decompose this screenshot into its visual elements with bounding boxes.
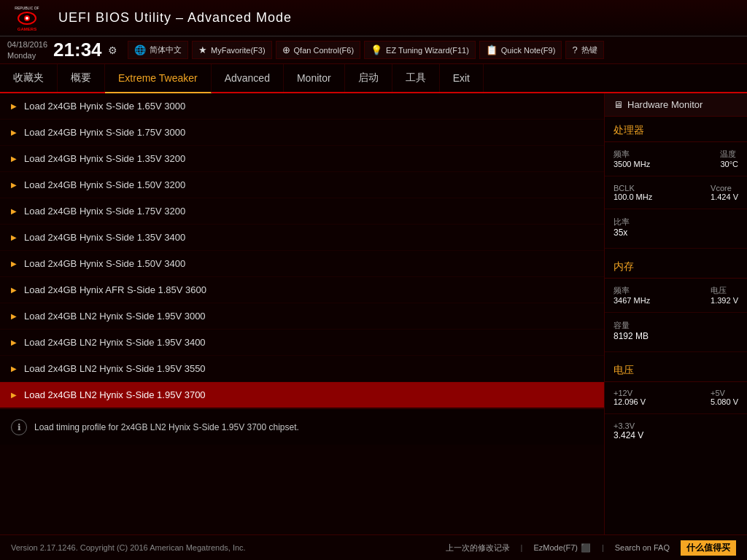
hw-divider (605, 413, 747, 414)
qfan-button[interactable]: ⊕ Qfan Control(F6) (276, 41, 361, 59)
bios-title: UEFI BIOS Utility – Advanced Mode (58, 10, 292, 26)
arrow-icon: ▶ (11, 102, 17, 110)
nav-tabs: 收藏夹 概要 Extreme Tweaker Advanced Monitor … (0, 64, 747, 93)
clock-settings-icon[interactable]: ⚙ (108, 44, 117, 56)
hotkeys-button[interactable]: ? 热键 (565, 41, 603, 59)
arrow-icon: ▶ (11, 207, 17, 215)
tab-extreme-tweaker[interactable]: Extreme Tweaker (105, 64, 212, 93)
tab-overview[interactable]: 概要 (58, 64, 105, 92)
arrow-icon: ▶ (11, 286, 17, 294)
hotkeys-icon: ? (572, 44, 577, 55)
monitor-icon: 🖥 (614, 99, 623, 110)
menu-item-label: Load 2x4GB Hynix S-Side 1.50V 3200 (24, 179, 185, 190)
voltage-12v-row: +12V 12.096 V +5V 5.080 V (605, 386, 747, 409)
tab-advanced[interactable]: Advanced (212, 64, 284, 92)
mem-freq-row: 频率 3467 MHz 电压 1.392 V (605, 282, 747, 308)
bclk-label: BCLK (614, 184, 652, 192)
list-item[interactable]: ▶ Load 2x4GB LN2 Hynix S-Side 1.95V 3400 (0, 330, 604, 356)
cpu-freq-value: 3500 MHz (614, 160, 650, 168)
cpu-freq-row: 频率 3500 MHz 温度 30°C (605, 146, 747, 171)
eztuning-label: EZ Tuning Wizard(F11) (386, 46, 469, 55)
hw-monitor-title: Hardware Monitor (627, 99, 703, 110)
whats-worth-button[interactable]: 什么值得买 (681, 540, 736, 556)
list-item[interactable]: ▶ Load 2x4GB Hynix S-Side 1.75V 3200 (0, 198, 604, 225)
list-item[interactable]: ▶ Load 2x4GB Hynix AFR S-Side 1.85V 3600 (0, 277, 604, 303)
list-item[interactable]: ▶ Load 2x4GB Hynix S-Side 1.35V 3400 (0, 225, 604, 251)
bclk-row: BCLK 100.0 MHz Vcore 1.424 V (605, 181, 747, 204)
5v-value: 5.080 V (711, 397, 738, 406)
arrow-icon: ▶ (11, 338, 17, 346)
list-item-selected[interactable]: ▶ Load 2x4GB LN2 Hynix S-Side 1.95V 3700 (0, 382, 604, 408)
language-button[interactable]: 🌐 简体中文 (128, 41, 188, 59)
ratio-area: 比率 35x (605, 214, 747, 244)
date-line2: Monday (7, 50, 47, 61)
footer-right: 上一次的修改记录 | EzMode(F7) ⬛ | Search on FAQ … (446, 540, 736, 556)
language-icon: 🌐 (134, 44, 146, 55)
bclk-value: 100.0 MHz (614, 192, 652, 201)
main-area: ▶ Load 2x4GB Hynix S-Side 1.65V 3000 ▶ L… (0, 93, 747, 534)
menu-item-label: Load 2x4GB LN2 Hynix S-Side 1.95V 3700 (24, 389, 206, 400)
footer-version: Version 2.17.1246. Copyright (C) 2016 Am… (11, 543, 246, 552)
memory-section-title: 内存 (605, 253, 747, 279)
date-line1: 04/18/2016 (7, 39, 47, 50)
tab-monitor[interactable]: Monitor (284, 64, 345, 92)
mem-freq-label: 频率 (614, 285, 650, 296)
mem-capacity-area: 容量 8192 MB (605, 317, 747, 347)
list-item[interactable]: ▶ Load 2x4GB Hynix S-Side 1.35V 3200 (0, 146, 604, 172)
tab-boot[interactable]: 启动 (345, 64, 392, 92)
quicknote-button[interactable]: 📋 Quick Note(F9) (479, 41, 562, 59)
hw-divider (605, 351, 747, 352)
hw-divider (605, 176, 747, 176)
tab-exit[interactable]: Exit (440, 64, 484, 92)
mem-freq-value: 3467 MHz (614, 296, 650, 305)
list-item[interactable]: ▶ Load 2x4GB Hynix S-Side 1.50V 3400 (0, 251, 604, 277)
prev-change-link[interactable]: 上一次的修改记录 (446, 542, 510, 553)
ezmode-link[interactable]: EzMode(F7) ⬛ (533, 543, 591, 553)
tab-favorites[interactable]: 收藏夹 (0, 64, 58, 92)
myfavorite-button[interactable]: ★ MyFavorite(F3) (192, 41, 272, 59)
arrow-icon: ▶ (11, 155, 17, 163)
time-area: 04/18/2016 Monday 21:34 ⚙ (7, 39, 124, 61)
arrow-icon: ▶ (11, 181, 17, 189)
33v-value: 3.424 V (614, 430, 738, 440)
menu-item-label: Load 2x4GB Hynix S-Side 1.50V 3400 (24, 258, 185, 269)
menu-item-label: Load 2x4GB LN2 Hynix S-Side 1.95V 3550 (24, 363, 206, 374)
language-label: 简体中文 (150, 44, 182, 55)
search-faq-link[interactable]: Search on FAQ (615, 543, 670, 552)
quicknote-label: Quick Note(F9) (501, 46, 556, 55)
menu-item-label: Load 2x4GB Hynix AFR S-Side 1.85V 3600 (24, 284, 206, 295)
arrow-icon: ▶ (11, 128, 17, 136)
info-text: Load timing profile for 2x4GB LN2 Hynix … (34, 422, 299, 432)
info-icon: ℹ (11, 419, 27, 435)
vcore-label: Vcore (711, 184, 738, 192)
cpu-temp-value: 30°C (720, 160, 738, 168)
svg-text:REPUBLIC OF: REPUBLIC OF (15, 6, 39, 10)
svg-text:GAMERS: GAMERS (18, 27, 36, 31)
quicknote-icon: 📋 (486, 44, 498, 55)
menu-item-label: Load 2x4GB Hynix S-Side 1.35V 3400 (24, 232, 185, 243)
arrow-icon: ▶ (11, 260, 17, 268)
menu-content: ▶ Load 2x4GB Hynix S-Side 1.65V 3000 ▶ L… (0, 93, 605, 534)
menu-item-label: Load 2x4GB Hynix S-Side 1.75V 3000 (24, 127, 185, 138)
list-item[interactable]: ▶ Load 2x4GB LN2 Hynix S-Side 1.95V 3000 (0, 303, 604, 330)
cpu-temp-label: 温度 (720, 149, 738, 160)
clock-display: 21:34 (53, 39, 102, 61)
tab-tools[interactable]: 工具 (392, 64, 440, 92)
qfan-icon: ⊕ (282, 44, 290, 55)
list-item[interactable]: ▶ Load 2x4GB Hynix S-Side 1.65V 3000 (0, 93, 604, 120)
list-item[interactable]: ▶ Load 2x4GB LN2 Hynix S-Side 1.95V 3550 (0, 356, 604, 382)
myfavorite-label: MyFavorite(F3) (211, 46, 266, 55)
vcore-value: 1.424 V (711, 192, 738, 201)
cpu-freq-label: 频率 (614, 149, 650, 160)
eztuning-button[interactable]: 💡 EZ Tuning Wizard(F11) (364, 41, 476, 59)
hw-divider (605, 209, 747, 209)
list-item[interactable]: ▶ Load 2x4GB Hynix S-Side 1.75V 3000 (0, 120, 604, 146)
list-item[interactable]: ▶ Load 2x4GB Hynix S-Side 1.50V 3200 (0, 172, 604, 198)
arrow-icon: ▶ (11, 365, 17, 373)
bios-header: REPUBLIC OF GAMERS UEFI BIOS Utility – A… (0, 0, 747, 36)
12v-value: 12.096 V (614, 397, 646, 406)
arrow-icon: ▶ (11, 233, 17, 241)
arrow-icon: ▶ (11, 312, 17, 320)
qfan-label: Qfan Control(F6) (294, 46, 355, 55)
footer: Version 2.17.1246. Copyright (C) 2016 Am… (0, 534, 747, 560)
